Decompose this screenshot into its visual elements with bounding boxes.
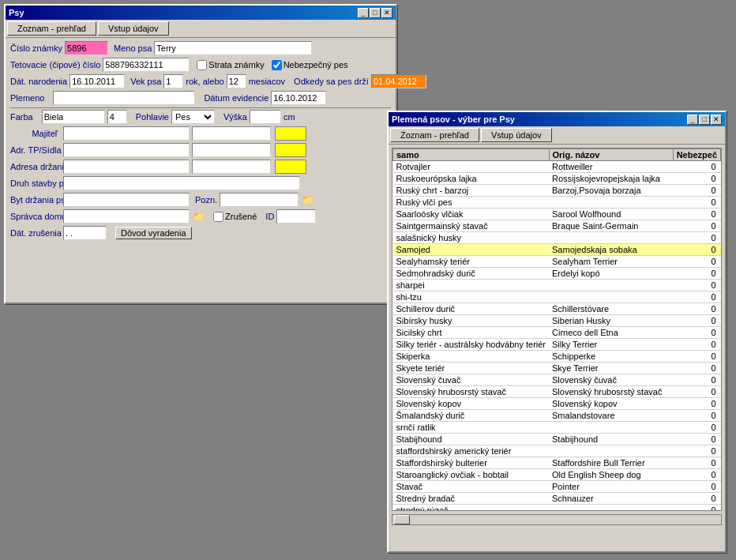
breed-samo-cell: Slovenský kopov — [393, 398, 550, 410]
breed-scrollbar-horizontal[interactable] — [392, 514, 722, 525]
breed-table-row[interactable]: Schillerov duričSchillerstövare0 — [393, 303, 721, 315]
breed-table-row[interactable]: staffordshirský americký teriér0 — [393, 445, 721, 457]
breed-table-row[interactable]: Sealyhamský teriérSealyham Terrier0 — [393, 256, 721, 268]
breed-table-row[interactable]: StavačPointer0 — [393, 481, 721, 493]
breed-table-row[interactable]: srnčí ratlik0 — [393, 422, 721, 434]
breed-neb-cell: 0 — [673, 256, 720, 268]
adr-tp-input[interactable] — [63, 143, 190, 157]
breed-table-row[interactable]: Sibírsky huskySiberian Husky0 — [393, 315, 721, 327]
breed-orig-cell — [549, 197, 673, 209]
adresa-drzania-input[interactable] — [63, 160, 190, 174]
breed-table-row[interactable]: Silky teriér - austrálsky hodvábny terié… — [393, 339, 721, 351]
majitel-input2[interactable] — [192, 126, 271, 141]
breed-close-button[interactable]: ✕ — [711, 115, 722, 125]
breed-table-row[interactable]: Slovenský kopovSlovenský kopov0 — [393, 398, 721, 410]
breed-table-row[interactable]: Ruský vlčí pes0 — [393, 197, 721, 209]
vyska-label: Výška — [223, 112, 247, 122]
breed-table-row[interactable]: RotvajlerRottweiller0 — [393, 161, 721, 173]
strata-znamky-checkbox[interactable] — [197, 60, 207, 70]
zrusene-checkbox[interactable] — [213, 212, 223, 222]
adresa-drzania-input2[interactable] — [192, 160, 271, 174]
breed-neb-cell: 0 — [673, 422, 720, 434]
breed-zoznam-button[interactable]: Zoznam - prehľad — [390, 128, 479, 142]
breed-minimize-button[interactable]: _ — [687, 115, 698, 125]
breed-neb-cell: 0 — [673, 161, 720, 173]
close-button[interactable]: ✕ — [381, 8, 392, 18]
cislo-znamky-input[interactable] — [65, 41, 108, 55]
breed-table-row[interactable]: Skyete teriérSkye Terrier0 — [393, 363, 721, 374]
minimize-button[interactable]: _ — [358, 8, 369, 18]
mesiacov-input[interactable] — [227, 74, 246, 88]
id-input[interactable] — [276, 209, 316, 224]
breed-maximize-button[interactable]: □ — [699, 115, 710, 125]
folder-icon[interactable]: 📁 — [301, 194, 314, 205]
dat-zrusenia-row: Dát. zrušenia Dôvod vyradenia — [10, 226, 391, 240]
dat-narodenia-input[interactable] — [69, 74, 125, 88]
breed-orig-cell — [549, 422, 673, 434]
farba-input[interactable] — [42, 110, 105, 124]
breed-neb-cell: 0 — [673, 303, 720, 315]
vstup-button[interactable]: Vstup údajov — [98, 21, 169, 36]
adresa-drzania-row: Adresa držania psa — [10, 160, 391, 174]
breed-table-row[interactable]: Slovenský čuvačSlovenský čuvač0 — [393, 374, 721, 386]
breed-table-row[interactable]: Staffordshirský bulterierStaffordshire B… — [393, 457, 721, 469]
tetovacie-input[interactable] — [103, 58, 190, 72]
dat-zrusenia-input[interactable] — [63, 226, 107, 240]
breed-table-row[interactable]: Staroanglický ovčiak - bobtailOld Englis… — [393, 469, 721, 481]
meno-psa-input[interactable] — [154, 41, 312, 55]
byt-drzania-input[interactable] — [63, 193, 190, 207]
breed-table-row[interactable]: Ruskoeurópska lajkaRossijskojevropejskaj… — [393, 173, 721, 185]
breed-table-row[interactable]: Sedmohradský duričErdelyi kopó0 — [393, 268, 721, 280]
breed-table-row[interactable]: stredný rúzač0 — [393, 505, 721, 512]
breed-table-row[interactable]: Ruský chrt - barzojBarzoj,Psovaja borzaj… — [393, 185, 721, 197]
breed-table-row[interactable]: SkiperkaSchipperke0 — [393, 351, 721, 363]
maximize-button[interactable]: □ — [370, 8, 381, 18]
pohlavie-select[interactable]: Pes Suka — [171, 110, 215, 124]
main-toolbar: Zoznam - prehľad Vstup údajov — [6, 20, 396, 38]
majitel-row: Majiteľ — [10, 126, 391, 141]
col-orig: Orig. názov — [549, 149, 673, 161]
breed-table-row[interactable]: SamojedSamojedskaja sobaka0 — [393, 244, 721, 256]
breed-samo-cell: Sicilský chrt — [393, 327, 550, 339]
breed-samo-cell: Stavač — [393, 481, 550, 493]
vek-psa-label: Vek psa — [130, 77, 161, 86]
breed-table-container[interactable]: samo Orig. názov Nebezpeč RotvajlerRottw… — [392, 148, 722, 511]
breed-table-row[interactable]: Saarloósky vlčiakSarool Wolfhound0 — [393, 209, 721, 220]
odkedy-input[interactable] — [371, 74, 426, 88]
vek-input[interactable] — [163, 74, 183, 88]
breed-table-row[interactable]: sharpei0 — [393, 280, 721, 291]
breed-neb-cell: 0 — [673, 398, 720, 410]
nebezpecny-pes-checkbox[interactable] — [272, 60, 282, 70]
zoznam-button[interactable]: Zoznam - prehľad — [7, 21, 96, 36]
breed-table-row[interactable]: Saintgermainský stavačBraque Saint-Germa… — [393, 220, 721, 232]
breed-orig-cell: Skye Terrier — [549, 363, 673, 374]
breed-orig-cell: Slovenský kopov — [549, 398, 673, 410]
zrusene-check: Zrušené — [213, 212, 257, 222]
breed-samo-cell: Schillerov durič — [393, 303, 550, 315]
dovod-vyradenia-button[interactable]: Dôvod vyradenia — [115, 227, 192, 239]
spravca-folder-icon[interactable]: 📁 — [192, 211, 205, 222]
spravca-input[interactable] — [63, 209, 190, 224]
vyska-input[interactable] — [250, 110, 281, 124]
farba-num-input[interactable] — [107, 110, 127, 124]
breed-orig-cell: Stabijhound — [549, 434, 673, 445]
breed-vstup-button[interactable]: Vstup údajov — [481, 128, 552, 142]
breed-table-row[interactable]: Stredný bradačSchnauzer0 — [393, 493, 721, 505]
pozn-input[interactable] — [220, 193, 299, 207]
tetovacie-label: Tetovacie (čipové) číslo — [10, 60, 100, 70]
breed-table-row[interactable]: Šmalandský duričSmalandstovare0 — [393, 410, 721, 422]
breed-table-row[interactable]: Slovenský hrubosrstý stavačSlovenský hru… — [393, 386, 721, 398]
breed-table-row[interactable]: salašnický husky0 — [393, 232, 721, 244]
breed-table-body: RotvajlerRottweiller0Ruskoeurópska lajka… — [393, 161, 721, 512]
druh-stavby-input[interactable] — [63, 176, 300, 190]
breed-table-row[interactable]: Sicilský chrtCirneco dell Etna0 — [393, 327, 721, 339]
breed-orig-cell: Siberian Husky — [549, 315, 673, 327]
dat-evidencie-input[interactable] — [271, 91, 326, 105]
breed-table-row[interactable]: StabijhoundStabijhound0 — [393, 434, 721, 445]
adr-tp-input2[interactable] — [192, 143, 271, 157]
breed-samo-cell: Sibírsky husky — [393, 315, 550, 327]
breed-table-row[interactable]: shi-tzu0 — [393, 291, 721, 303]
majitel-input[interactable] — [63, 126, 190, 141]
plemeno-input[interactable] — [53, 91, 195, 105]
breed-orig-cell — [549, 505, 673, 512]
